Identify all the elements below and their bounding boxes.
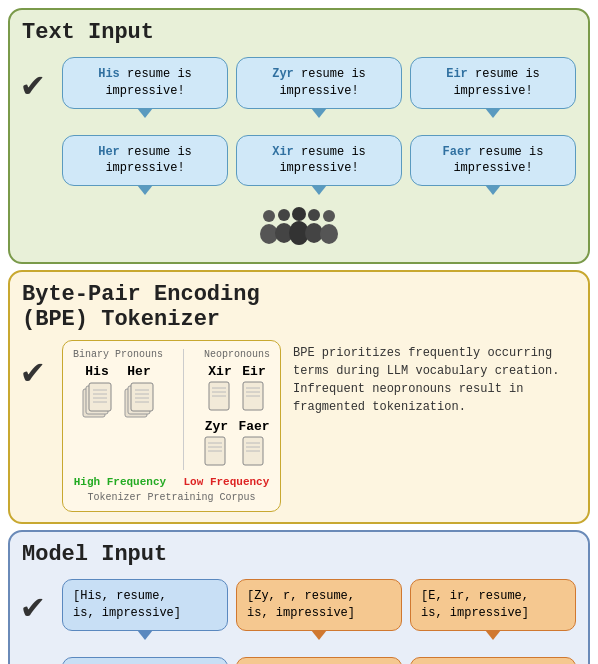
pronouns-columns: Binary Pronouns His bbox=[73, 349, 270, 470]
model-input-title: Model Input bbox=[22, 542, 576, 567]
binary-pronoun-pair: His bbox=[81, 364, 155, 421]
svg-rect-19 bbox=[131, 383, 153, 411]
bubble-zyr: Zyr resume is impressive! bbox=[236, 57, 402, 109]
bpe-description: BPE prioritizes frequently occurring ter… bbox=[293, 340, 576, 416]
model-bubble-eir-split: [E, ir, resume,is, impressive] bbox=[410, 579, 576, 631]
bpe-section: Byte-Pair Encoding (BPE) Tokenizer ✔ Bin… bbox=[8, 270, 590, 524]
text-input-bubbles-row2: Her resume is impressive! Xir resume is … bbox=[62, 135, 576, 187]
people-icon bbox=[259, 204, 339, 248]
model-bubble-faer-split: [Fa, er, resume,is, impressive] bbox=[410, 657, 576, 664]
text-input-title: Text Input bbox=[22, 20, 576, 45]
checkmark-model-icon: ✔ bbox=[22, 585, 58, 629]
low-frequency-label: Low Frequency bbox=[184, 476, 270, 488]
neopronouns-row2: Zyr bbox=[204, 419, 269, 470]
bpe-title: Byte-Pair Encoding (BPE) Tokenizer bbox=[22, 282, 576, 332]
svg-point-8 bbox=[323, 210, 335, 222]
frequency-row: High Frequency Low Frequency bbox=[73, 476, 270, 488]
pronoun-zyr: Zyr bbox=[204, 419, 228, 470]
pronoun-his: His bbox=[81, 364, 113, 421]
binary-pronouns-col: Binary Pronouns His bbox=[73, 349, 163, 470]
doc-single-xir bbox=[208, 381, 232, 415]
bubble-his: His resume is impressive! bbox=[62, 57, 228, 109]
pronoun-faer: Faer bbox=[238, 419, 269, 470]
neopronouns-row1: Xir bbox=[204, 364, 269, 415]
high-frequency-label: High Frequency bbox=[74, 476, 166, 488]
main-container: Text Input ✔ His resume is impressive! Z… bbox=[0, 0, 598, 664]
model-bubble-xir-split: [X, ir, resume,is, impressive] bbox=[236, 657, 402, 664]
doc-stack-his bbox=[81, 381, 113, 421]
model-input-row2: [Her, resume,is, impressive] [X, ir, res… bbox=[62, 657, 576, 664]
divider bbox=[183, 349, 184, 470]
bubble-her: Her resume is impressive! bbox=[62, 135, 228, 187]
pronoun-eir: Eir bbox=[242, 364, 266, 415]
model-input-row1: [His, resume,is, impressive] [Zy, r, res… bbox=[62, 579, 576, 631]
doc-single-eir bbox=[242, 381, 266, 415]
text-input-section: Text Input ✔ His resume is impressive! Z… bbox=[8, 8, 590, 264]
model-input-section: Model Input ✔ [His, resume,is, impressiv… bbox=[8, 530, 590, 664]
doc-single-zyr bbox=[204, 436, 228, 470]
binary-pronouns-title: Binary Pronouns bbox=[73, 349, 163, 360]
neopronouns-title: Neopronouns bbox=[204, 349, 270, 360]
pronoun-xir: Xir bbox=[208, 364, 232, 415]
people-icon-area bbox=[22, 204, 576, 248]
svg-point-4 bbox=[292, 207, 306, 221]
pronoun-her: Her bbox=[123, 364, 155, 421]
neopronouns-sub: Xir bbox=[204, 364, 269, 470]
model-bubble-her: [Her, resume,is, impressive] bbox=[62, 657, 228, 664]
bubble-faer: Faer resume is impressive! bbox=[410, 135, 576, 187]
bpe-corpus-box: Binary Pronouns His bbox=[62, 340, 281, 512]
bubble-eir: Eir resume is impressive! bbox=[410, 57, 576, 109]
svg-point-0 bbox=[263, 210, 275, 222]
doc-stack-her bbox=[123, 381, 155, 421]
bubble-xir: Xir resume is impressive! bbox=[236, 135, 402, 187]
neopronouns-col: Neopronouns Xir bbox=[204, 349, 270, 470]
text-input-bubbles-row1: His resume is impressive! Zyr resume is … bbox=[62, 57, 576, 109]
checkmark-icon: ✔ bbox=[22, 63, 58, 107]
svg-point-9 bbox=[320, 224, 338, 244]
checkmark-bpe-icon: ✔ bbox=[22, 350, 58, 394]
bpe-content: Binary Pronouns His bbox=[62, 340, 576, 512]
model-bubble-his: [His, resume,is, impressive] bbox=[62, 579, 228, 631]
svg-point-6 bbox=[308, 209, 320, 221]
model-bubble-zyr-split: [Zy, r, resume,is, impressive] bbox=[236, 579, 402, 631]
corpus-title: Tokenizer Pretraining Corpus bbox=[73, 492, 270, 503]
svg-rect-12 bbox=[89, 383, 111, 411]
svg-point-2 bbox=[278, 209, 290, 221]
doc-single-faer bbox=[242, 436, 266, 470]
